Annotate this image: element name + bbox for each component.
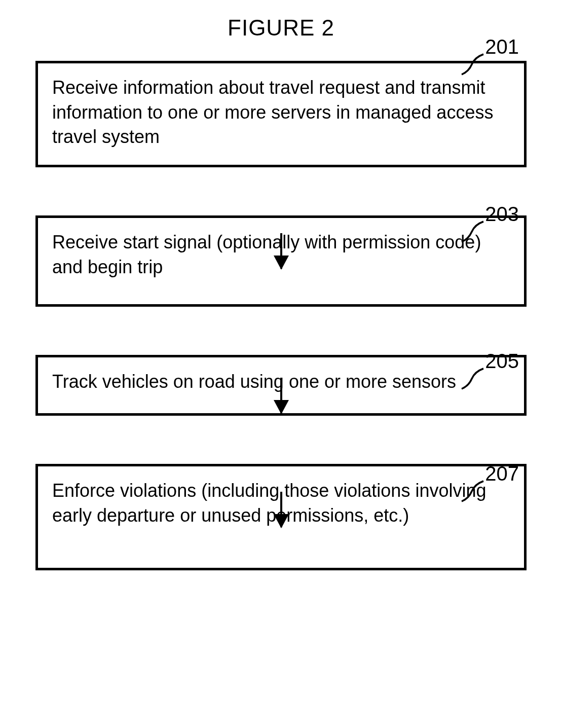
step-text-201: Receive information about travel request… bbox=[52, 77, 493, 147]
reference-label-205: 205 bbox=[485, 350, 519, 373]
reference-curve-203 bbox=[461, 221, 486, 243]
reference-label-201: 201 bbox=[485, 35, 519, 58]
step-box-201: Receive information about travel request… bbox=[35, 61, 527, 167]
reference-label-203: 203 bbox=[485, 203, 519, 226]
step-box-203: Receive start signal (optionally with pe… bbox=[35, 215, 527, 307]
reference-curve-207 bbox=[461, 480, 486, 503]
step-text-207: Enforce violations (including those viol… bbox=[52, 480, 486, 526]
step-box-205: Track vehicles on road using one or more… bbox=[35, 355, 527, 416]
step-text-203: Receive start signal (optionally with pe… bbox=[52, 232, 481, 277]
reference-curve-205 bbox=[461, 368, 486, 390]
reference-label-207: 207 bbox=[485, 462, 519, 485]
figure-title: FIGURE 2 bbox=[0, 15, 562, 41]
reference-curve-201 bbox=[461, 53, 486, 76]
step-box-207: Enforce violations (including those viol… bbox=[35, 464, 527, 570]
step-text-205: Track vehicles on road using one or more… bbox=[52, 371, 456, 392]
